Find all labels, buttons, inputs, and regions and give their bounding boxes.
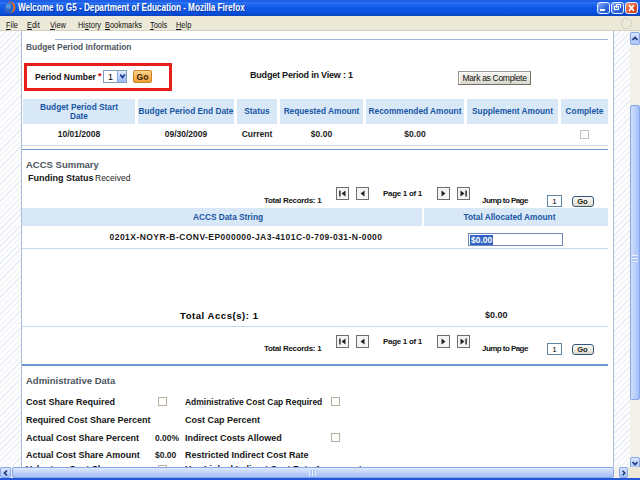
chevron-right-icon bbox=[620, 469, 627, 477]
column-header-recommended: Recommended Amount bbox=[366, 99, 464, 124]
next-page-button[interactable] bbox=[437, 187, 450, 200]
browser-window: Welcome to G5 - Department of Education … bbox=[0, 0, 640, 480]
admin-label: Cost Cap Percent bbox=[185, 415, 260, 425]
menu-view[interactable]: View bbox=[50, 19, 66, 30]
complete-checkbox[interactable] bbox=[580, 130, 589, 139]
restore-button[interactable] bbox=[611, 2, 624, 14]
admin-label: Restricted Indirect Cost Rate bbox=[185, 450, 309, 460]
cell-requested: $0.00 bbox=[280, 124, 363, 144]
pagination-bottom: Total Records: 1 Page 1 of 1 Jump to Pag… bbox=[22, 335, 608, 355]
cell-supplement bbox=[467, 124, 558, 144]
admin-label: Indirect Costs Allowed bbox=[185, 433, 282, 443]
first-page-button[interactable] bbox=[336, 187, 349, 200]
thumb-grip bbox=[632, 255, 638, 263]
column-header-complete: Complete bbox=[561, 99, 608, 124]
period-number-select[interactable]: 1 bbox=[103, 70, 127, 83]
cell-complete bbox=[561, 124, 608, 144]
page-indicator: Page 1 of 1 bbox=[383, 337, 422, 346]
jump-go-button[interactable]: Go bbox=[572, 344, 594, 355]
admin-label: Actual Cost Share Percent bbox=[26, 433, 139, 443]
section-heading-accs: ACCS Summary bbox=[26, 159, 99, 170]
page-right-margin bbox=[614, 31, 630, 467]
last-page-button[interactable] bbox=[457, 187, 470, 200]
admin-label: Required Cost Share Percent bbox=[26, 415, 151, 425]
indirect-costs-allowed-checkbox[interactable] bbox=[331, 433, 340, 442]
funding-status-value: Received bbox=[95, 173, 130, 183]
column-header-status: Status bbox=[237, 99, 277, 124]
window-title: Welcome to G5 - Department of Education … bbox=[18, 2, 245, 13]
title-bar: Welcome to G5 - Department of Education … bbox=[0, 0, 640, 16]
column-header-end-date: Budget Period End Date bbox=[138, 99, 234, 124]
column-header-start-date: Budget Period Start Date bbox=[23, 99, 135, 124]
throbber-icon bbox=[621, 18, 632, 29]
column-header-accs-data-string: ACCS Data String bbox=[22, 208, 422, 226]
menu-bar: File Edit View History Bookmarks Tools H… bbox=[0, 16, 640, 31]
scrollbar-corner bbox=[628, 467, 640, 478]
firefox-icon bbox=[3, 1, 16, 14]
period-number-label: Period Number bbox=[35, 72, 96, 82]
page-indicator: Page 1 of 1 bbox=[383, 189, 422, 198]
page-right-border bbox=[613, 31, 614, 467]
accs-row-rule bbox=[22, 248, 608, 249]
cell-start-date: 10/01/2008 bbox=[23, 124, 135, 144]
thumb-grip bbox=[309, 470, 317, 476]
first-page-button[interactable] bbox=[336, 335, 349, 348]
funding-status-label: Funding Status bbox=[28, 173, 94, 183]
section-heading-admin: Administrative Data bbox=[26, 375, 115, 386]
cost-share-required-checkbox[interactable] bbox=[158, 397, 167, 406]
jump-go-button[interactable]: Go bbox=[572, 196, 594, 207]
admin-row-4: Actual Cost Share Amount $0.00 Restricte… bbox=[22, 450, 608, 462]
menu-edit[interactable]: Edit bbox=[27, 19, 40, 30]
page-top-rule bbox=[55, 39, 608, 40]
column-header-total-allocated: Total Allocated Amount bbox=[424, 208, 608, 226]
column-header-supplement: Supplement Amount bbox=[467, 99, 558, 124]
select-dropdown-icon[interactable] bbox=[117, 71, 126, 82]
admin-label: Administrative Cost Cap Required bbox=[185, 397, 322, 407]
scroll-right-button[interactable] bbox=[619, 467, 628, 478]
admin-row-3: Actual Cost Share Percent 0.00% Indirect… bbox=[22, 433, 608, 445]
close-icon bbox=[626, 3, 637, 13]
previous-page-button[interactable] bbox=[356, 187, 369, 200]
period-number-value: 1 bbox=[108, 72, 113, 82]
section-divider-2 bbox=[22, 364, 608, 366]
scroll-left-button[interactable] bbox=[0, 467, 11, 478]
menu-bookmarks[interactable]: Bookmarks bbox=[105, 19, 142, 30]
admin-row-1: Cost Share Required Administrative Cost … bbox=[22, 397, 608, 409]
horizontal-scrollbar-thumb[interactable] bbox=[12, 467, 614, 478]
menu-tools[interactable]: Tools bbox=[150, 19, 167, 30]
cell-end-date: 09/30/2009 bbox=[138, 124, 234, 144]
jump-to-page-input[interactable] bbox=[547, 195, 562, 207]
jump-to-page-label: Jump to Page bbox=[482, 344, 528, 353]
total-allocated-input[interactable]: $0.00 bbox=[468, 233, 563, 246]
admin-label: Cost Share Required bbox=[26, 397, 115, 407]
cell-recommended: $0.00 bbox=[366, 124, 464, 144]
mark-as-complete-button[interactable]: Mark as Complete bbox=[458, 71, 531, 85]
jump-to-page-input[interactable] bbox=[547, 343, 562, 355]
menu-history[interactable]: History bbox=[78, 19, 101, 30]
admin-cost-cap-required-checkbox[interactable] bbox=[331, 397, 340, 406]
chevron-up-icon bbox=[631, 35, 639, 43]
total-allocated-selected-text: $0.00 bbox=[470, 235, 493, 245]
section-divider-1 bbox=[22, 149, 608, 151]
required-marker: * bbox=[98, 71, 102, 81]
close-button[interactable] bbox=[625, 2, 638, 14]
previous-page-button[interactable] bbox=[356, 335, 369, 348]
minimize-button[interactable] bbox=[597, 2, 610, 14]
next-page-button[interactable] bbox=[437, 335, 450, 348]
total-accs-value: $0.00 bbox=[485, 310, 508, 320]
cell-accs-data-string: 0201X-NOYR-B-CONV-EP000000-JA3-4101C-0-7… bbox=[22, 226, 422, 247]
jump-to-page-label: Jump to Page bbox=[482, 196, 528, 205]
actual-cost-share-amount-value: $0.00 bbox=[155, 450, 176, 460]
last-page-button[interactable] bbox=[457, 335, 470, 348]
scroll-up-button[interactable] bbox=[630, 32, 640, 45]
period-go-button[interactable]: Go bbox=[133, 70, 152, 83]
total-records-label: Total Records: 1 bbox=[264, 196, 321, 205]
menu-file[interactable]: File bbox=[6, 19, 18, 30]
vertical-scrollbar-thumb[interactable] bbox=[630, 105, 640, 400]
menu-help[interactable]: Help bbox=[176, 19, 191, 30]
budget-period-in-view: Budget Period in View : 1 bbox=[250, 70, 353, 80]
page-left-margin bbox=[0, 31, 21, 467]
totals-rule bbox=[22, 326, 608, 327]
actual-cost-share-percent-value: 0.00% bbox=[155, 433, 179, 443]
cell-status: Current bbox=[237, 124, 277, 144]
